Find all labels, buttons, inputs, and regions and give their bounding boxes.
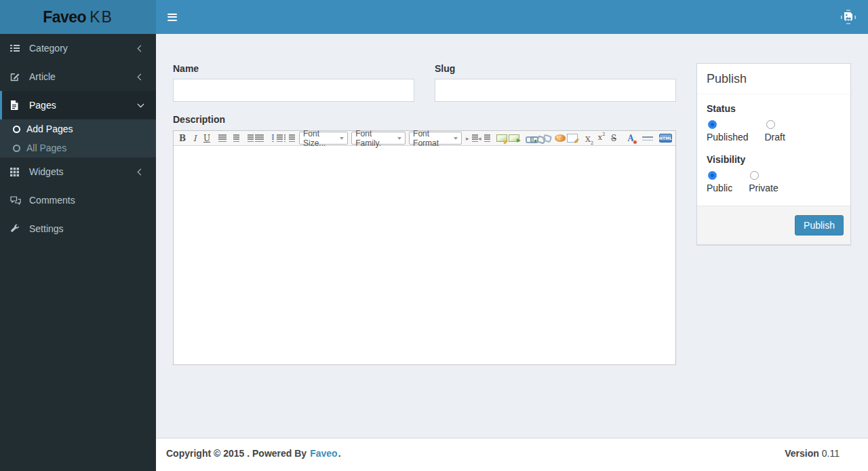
- sidebar-toggle-button[interactable]: [156, 0, 189, 34]
- pencil-square-icon: [10, 72, 24, 81]
- publish-panel-title: Publish: [697, 64, 850, 94]
- sidebar-item-comments[interactable]: Comments: [0, 186, 156, 214]
- circle-o-icon: [13, 145, 20, 152]
- horizontal-rule-button[interactable]: [642, 136, 653, 140]
- name-input[interactable]: [173, 79, 414, 102]
- sidebar-item-label: Comments: [29, 195, 75, 206]
- insert-image-button[interactable]: [509, 134, 519, 142]
- sidebar-item-label: Article: [29, 71, 56, 82]
- chevron-down-icon: [138, 101, 144, 108]
- sidebar-item-label: Pages: [29, 100, 56, 111]
- dropdown-caret-icon: [454, 137, 458, 140]
- slug-input[interactable]: [435, 79, 676, 102]
- italic-button[interactable]: I: [189, 133, 200, 144]
- subscript-button[interactable]: X2: [584, 133, 595, 144]
- description-label: Description: [173, 114, 676, 125]
- visibility-radio-private[interactable]: Private: [749, 171, 778, 193]
- grid-icon: [10, 168, 24, 176]
- align-right-button[interactable]: [243, 134, 254, 142]
- align-left-button[interactable]: [218, 134, 229, 142]
- bold-button[interactable]: B: [177, 133, 188, 144]
- publish-button[interactable]: Publish: [795, 215, 844, 236]
- broken-image-icon: [840, 9, 856, 25]
- sidebar-item-widgets[interactable]: Widgets: [0, 157, 156, 186]
- top-navbar: Faveo KB: [0, 0, 868, 34]
- brand-light: KB: [90, 8, 113, 26]
- font-format-select[interactable]: Font Format: [409, 132, 462, 145]
- comments-icon: [10, 196, 24, 205]
- outdent-button[interactable]: [479, 134, 490, 142]
- indent-button[interactable]: [467, 134, 478, 142]
- radio-checked-icon[interactable]: [708, 171, 717, 180]
- edit-image-button[interactable]: [496, 134, 507, 142]
- compose-page-button[interactable]: [567, 134, 578, 143]
- sidebar-subitem-label: All Pages: [26, 143, 66, 153]
- dropdown-caret-icon: [397, 137, 401, 140]
- wrench-icon: [10, 224, 24, 233]
- radio-unchecked-icon[interactable]: [766, 120, 775, 129]
- ordered-list-button[interactable]: [272, 134, 283, 142]
- superscript-button[interactable]: x2: [596, 133, 607, 144]
- sidebar: Category Article: [0, 34, 156, 471]
- content-area: Name Slug Description BIUFont Size...Fon…: [156, 34, 868, 438]
- page-footer: Copyright © 2015 . Powered ByFaveo. Vers…: [156, 438, 868, 471]
- sidebar-item-label: Widgets: [29, 166, 64, 177]
- sidebar-item-article[interactable]: Article: [0, 62, 156, 91]
- status-radio-draft[interactable]: Draft: [765, 120, 785, 143]
- unordered-list-button[interactable]: [284, 134, 295, 142]
- underline-button[interactable]: U: [201, 133, 212, 144]
- circle-o-icon: [13, 126, 20, 133]
- unlink-button[interactable]: [538, 134, 549, 142]
- description-editor-body[interactable]: [174, 146, 675, 364]
- font-family-select[interactable]: Font Family.: [351, 132, 406, 145]
- editor-toolbar: BIUFont Size...Font Family.Font FormatX2…: [174, 131, 675, 146]
- page-form: Name Slug Description BIUFont Size...Fon…: [173, 63, 676, 365]
- chevron-left-icon: [138, 45, 144, 52]
- sidebar-item-label: Settings: [29, 223, 64, 234]
- publish-panel: Publish Status Published Draft: [696, 63, 851, 245]
- sidebar-subitem-label: Add Pages: [26, 124, 73, 134]
- sidebar-subitem-all-pages[interactable]: All Pages: [0, 138, 156, 157]
- navbar: [156, 0, 868, 34]
- color-palette-button[interactable]: [555, 134, 566, 142]
- status-radio-published[interactable]: Published: [707, 120, 749, 143]
- font-size-select[interactable]: Font Size...: [299, 132, 348, 145]
- version-text: Version0.11: [785, 448, 858, 461]
- insert-link-button[interactable]: [526, 134, 536, 142]
- sidebar-item-settings[interactable]: Settings: [0, 214, 156, 243]
- sidebar-item-category[interactable]: Category: [0, 34, 156, 62]
- dropdown-caret-icon: [340, 137, 344, 140]
- description-editor: BIUFont Size...Font Family.Font FormatX2…: [173, 130, 676, 365]
- brand-bold: Faveo: [43, 8, 86, 26]
- strikethrough-button[interactable]: S: [608, 133, 619, 144]
- name-label: Name: [173, 63, 414, 74]
- brand-logo[interactable]: Faveo KB: [0, 0, 156, 34]
- status-label: Status: [707, 103, 841, 114]
- radio-checked-icon[interactable]: [708, 120, 717, 129]
- sidebar-subitem-add-pages[interactable]: Add Pages: [0, 119, 156, 138]
- file-text-icon: [10, 100, 24, 110]
- copyright-text: Copyright © 2015 . Powered ByFaveo.: [166, 448, 341, 461]
- chevron-left-icon: [138, 168, 144, 175]
- radio-unchecked-icon[interactable]: [750, 171, 759, 180]
- align-justify-button[interactable]: [255, 134, 266, 142]
- visibility-label: Visibility: [707, 154, 841, 165]
- remove-format-button[interactable]: A: [625, 133, 636, 144]
- list-icon: [10, 44, 24, 52]
- sidebar-item-label: Category: [29, 43, 68, 54]
- faveo-link[interactable]: Faveo: [310, 448, 337, 459]
- chevron-left-icon: [138, 73, 144, 80]
- user-avatar-button[interactable]: [829, 0, 868, 34]
- slug-label: Slug: [435, 63, 676, 74]
- pages-submenu: Add Pages All Pages: [0, 119, 156, 157]
- align-center-button[interactable]: [231, 134, 241, 142]
- bars-icon: [167, 12, 177, 22]
- sidebar-item-pages[interactable]: Pages: [0, 91, 156, 119]
- visibility-radio-public[interactable]: Public: [707, 171, 732, 193]
- html-source-button[interactable]: HTML: [659, 134, 672, 143]
